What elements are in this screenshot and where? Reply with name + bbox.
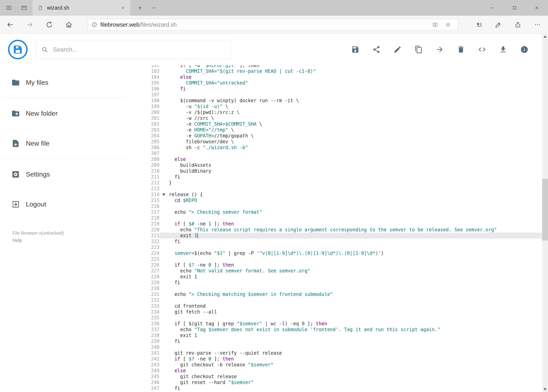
home-button[interactable] [62,16,76,34]
new-tab-button[interactable] [133,0,147,16]
code-line-238[interactable]: 238 exit 1 [127,333,542,338]
code-line-230[interactable]: 230 [127,286,542,291]
code-line-217[interactable]: 217 echo "> Checking semver format" [127,209,542,215]
code-line-207[interactable]: 207 [127,150,542,156]
code-line-220[interactable]: 220 echo "This release script requires a… [127,227,542,233]
sidebar-item-new-file[interactable]: New file [0,128,127,158]
reading-view-button[interactable] [429,19,442,30]
code-line-234[interactable]: 234 git fetch --all [127,309,542,315]
code-line-228[interactable]: 228 exit 1 [127,274,542,280]
code-line-241[interactable]: 241 git rev-parse --verify --quiet relea… [127,350,542,356]
code-line-244[interactable]: 244 else [127,368,542,374]
address-bar[interactable]: filebrowser.web/files/wizard.sh [88,19,458,30]
app-logo[interactable] [8,40,28,59]
more-menu-button[interactable] [528,16,547,34]
share-button[interactable] [366,34,387,65]
maximize-button[interactable] [503,0,526,16]
code-line-212[interactable]: 212} [127,180,542,186]
code-line-247[interactable]: 247 fi [127,385,542,391]
code-line-209[interactable]: 209 buildAssets [127,162,542,168]
code-line-225[interactable]: 225 [127,256,542,262]
back-button[interactable] [3,16,17,34]
minimize-button[interactable] [481,0,503,16]
download-button[interactable] [493,34,514,65]
code-line-223[interactable]: 223 [127,245,542,250]
code-line-208[interactable]: 208 else [127,156,542,162]
raw-editor-button[interactable] [472,34,493,65]
web-note-button[interactable] [489,16,507,34]
code-line-196[interactable]: 196 fi [127,86,542,92]
tab-preview-button[interactable] [17,0,31,16]
code-line-232[interactable]: 232 [127,297,542,303]
code-editor[interactable]: 192 if [ -d "$REPO/.git" ]; then193 COMM… [127,65,542,392]
fold-marker-icon[interactable] [162,194,165,196]
code-line-195[interactable]: 195 COMMIT_SHA="untracked" [127,80,542,86]
search-input[interactable] [53,46,226,53]
set-tabs-aside-button[interactable] [2,0,16,16]
site-info-icon[interactable] [91,22,97,28]
share-page-button[interactable] [509,16,527,34]
info-button[interactable] [514,34,535,65]
save-button[interactable] [345,34,366,65]
favorite-button[interactable] [442,19,454,30]
code-line-197[interactable]: 197 [127,92,542,98]
code-line-233[interactable]: 233 cd frontend [127,303,542,309]
code-line-222[interactable]: 222 fi [127,238,542,245]
code-line-200[interactable]: 200 -v /$(pwd):/src:z \ [127,109,542,115]
close-window-button[interactable] [526,0,548,16]
code-line-219[interactable]: 219 if [ $# -ne 1 ]; then [127,221,542,227]
code-line-237[interactable]: 237 echo "Tag $semver does not exist in … [127,327,542,333]
code-line-236[interactable]: 236 if [ $(git tag | grep "$semver" | wc… [127,321,542,327]
code-line-221[interactable]: 221 exit 1 [127,233,542,238]
code-line-205[interactable]: 205 filebrowser/dev \ [127,139,542,145]
code-line-231[interactable]: 231 echo "> Checking matching $semver in… [127,291,542,297]
sidebar-item-settings[interactable]: Settings [0,159,127,189]
code-line-216[interactable]: 216 [127,203,542,209]
scroll-up-arrow-icon[interactable] [543,36,547,38]
code-line-229[interactable]: 229 fi [127,280,542,286]
copy-button[interactable] [408,34,429,65]
code-line-242[interactable]: 242 if [ $? -ne 0 ]; then [127,356,542,362]
tab-list-button[interactable] [148,0,160,16]
code-line-203[interactable]: 203 -e HOME="//tmp" \ [127,127,542,133]
scroll-down-arrow-icon[interactable] [543,388,547,390]
code-line-210[interactable]: 210 buildBinary [127,168,542,174]
code-line-245[interactable]: 245 git checkout release [127,374,542,379]
tab-close-button[interactable] [121,6,125,10]
rename-button[interactable] [387,34,408,65]
code-line-246[interactable]: 246 git reset --hard "$semver" [127,379,542,385]
code-line-243[interactable]: 243 git checkout -b release "$semver" [127,362,542,368]
scrollbar[interactable] [542,34,548,392]
code-line-235[interactable]: 235 [127,315,542,321]
scrollbar-thumb[interactable] [542,179,548,240]
code-line-194[interactable]: 194 else [127,74,542,80]
code-line-199[interactable]: 199 -u "$(id -u)" \ [127,104,542,109]
favorites-hub-button[interactable] [470,16,488,34]
code-line-193[interactable]: 193 COMMIT_SHA="$(git rev-parse HEAD | c… [127,68,542,74]
code-line-198[interactable]: 198 $(command -v winpty) docker run --rm… [127,98,542,104]
forward-button[interactable] [23,16,37,34]
code-line-211[interactable]: 211 fi [127,174,542,180]
sidebar-item-my-files[interactable]: My files [0,68,127,98]
code-line-218[interactable]: 218 [127,215,542,221]
search-box[interactable] [36,40,231,59]
code-line-206[interactable]: 206 sh -c "./wizard.sh -b" [127,145,542,150]
code-line-202[interactable]: 202 -e COMMIT_SHA=$COMMIT_SHA \ [127,121,542,127]
code-line-226[interactable]: 226 if [ $? -ne 0 ]; then [127,262,542,268]
code-line-224[interactable]: 224 semver=$(echo "$1" | grep -P '^v(0|[… [127,250,542,256]
code-line-192[interactable]: 192 if [ -d "$REPO/.git" ]; then [127,65,542,68]
code-line-240[interactable]: 240 [127,344,542,350]
code-line-227[interactable]: 227 echo "Not valid semver format. See s… [127,268,542,274]
refresh-button[interactable] [42,16,56,34]
move-button[interactable] [429,34,450,65]
browser-tab-active[interactable]: wizard.sh [33,0,130,16]
help-link[interactable]: Help [13,237,64,244]
code-line-201[interactable]: 201 -w //src \ [127,115,542,121]
sidebar-item-new-folder[interactable]: New folder [0,98,127,128]
code-line-215[interactable]: 215 cd $REPO [127,197,542,203]
code-line-214[interactable]: 214release () { [127,192,542,197]
sidebar-item-logout[interactable]: Logout [0,189,127,219]
code-line-204[interactable]: 204 -e GOPATH=//tmp/gopath \ [127,133,542,139]
code-line-213[interactable]: 213 [127,186,542,192]
code-line-239[interactable]: 239 fi [127,338,542,344]
